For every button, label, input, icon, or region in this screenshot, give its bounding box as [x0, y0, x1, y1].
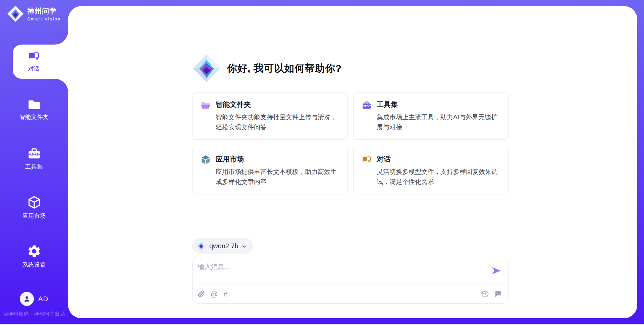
send-icon [491, 266, 501, 275]
model-selector[interactable]: qwen2:7b [192, 238, 253, 254]
greeting-text: 你好, 我可以如何帮助你? [227, 62, 342, 75]
brand-diamond-logo-icon [7, 5, 24, 22]
sidebar-item-label: 应用市场 [22, 212, 46, 220]
card-description: 灵活切换多模型文件，支持多样回复效果调试，满足个性化需求 [377, 167, 500, 187]
card-description: 应用市场提供丰富长文本模板，助力高效生成多样化文章内容 [216, 167, 339, 187]
tab-content: 对话 [13, 45, 55, 79]
folder-icon [27, 97, 42, 111]
send-button[interactable] [491, 266, 502, 276]
user-icon [23, 295, 31, 303]
main-panel: 你好, 我可以如何帮助你? 智能文件夹 智能文件夹功能支持批量文件上传与清洗，轻… [68, 6, 637, 318]
chevron-down-icon [242, 244, 247, 249]
card-title: 智能文件夹 [216, 100, 339, 109]
card-text: 工具集 集成市场上主流工具，助力AI与外界无缝扩展与对接 [377, 100, 500, 132]
user-initials: AD [38, 295, 48, 303]
gear-icon [27, 244, 42, 259]
tab-top-curve [55, 31, 68, 45]
card-title: 工具集 [377, 100, 500, 109]
card-chat[interactable]: 对话 灵活切换多模型文件，支持多样回复效果调试，满足个性化需求 [353, 147, 509, 194]
card-text: 应用市场 应用市场提供丰富长文本模板，助力高效生成多样化文章内容 [216, 154, 339, 187]
card-text: 智能文件夹 智能文件夹功能支持批量文件上传与清洗，轻松实现文件问答 [216, 100, 339, 132]
card-app-market[interactable]: 应用市场 应用市场提供丰富长文本模板，助力高效生成多样化文章内容 [192, 147, 348, 194]
brand-tagline: Smart Vision [27, 17, 61, 21]
composer-right-tools [481, 290, 502, 298]
card-title: 应用市场 [216, 154, 339, 164]
chat-bubbles-icon [362, 155, 372, 165]
topic-icon[interactable]: # [223, 290, 227, 298]
feature-cards: 智能文件夹 智能文件夹功能支持批量文件上传与清洗，轻松实现文件问答 工具集 集成… [192, 92, 509, 194]
app-root: { "app": { "brand": { "name": "神州问学", "t… [0, 0, 644, 325]
sidebar-item-app-market[interactable]: 应用市场 [0, 195, 68, 220]
tab-bottom-curve [55, 79, 68, 92]
composer-left-tools: @ # [198, 290, 227, 298]
chat-bubbles-icon [28, 51, 40, 62]
mention-icon[interactable]: @ [211, 290, 218, 298]
user-menu[interactable]: AD [0, 292, 68, 306]
sidebar-item-settings[interactable]: 系统设置 [0, 244, 68, 269]
card-title: 对话 [377, 154, 500, 164]
sidebar-item-chat[interactable]: 对话 [13, 45, 71, 79]
brand-diamond-logo-icon [192, 54, 221, 83]
copyright-text: ©神州数码 · 神州问学出品 [4, 311, 65, 317]
greeting-block: 你好, 我可以如何帮助你? [192, 54, 342, 83]
cube-icon [201, 155, 211, 165]
main-content: 你好, 我可以如何帮助你? 智能文件夹 智能文件夹功能支持批量文件上传与清洗，轻… [192, 6, 509, 318]
sidebar-item-label: 智能文件夹 [19, 113, 49, 121]
sidebar-item-label: 工具集 [25, 163, 43, 171]
avatar [20, 292, 34, 306]
brand-text: 神州问学 Smart Vision [27, 6, 61, 21]
sidebar-item-toolset[interactable]: 工具集 [0, 146, 68, 171]
model-name: qwen2:7b [209, 242, 238, 250]
toolbox-icon [27, 146, 42, 160]
brand-header: 神州问学 Smart Vision [0, 5, 68, 22]
brand-name: 神州问学 [27, 6, 61, 16]
message-composer: @ # [192, 258, 509, 304]
sidebar-item-label: 对话 [28, 65, 40, 73]
history-icon[interactable] [481, 290, 489, 298]
folder-open-icon [201, 100, 211, 110]
sidebar-item-label: 系统设置 [22, 261, 46, 269]
card-description: 智能文件夹功能支持批量文件上传与清洗，轻松实现文件问答 [216, 112, 339, 132]
toolbox-icon [362, 100, 372, 110]
cube-icon [27, 195, 42, 210]
model-diamond-logo-icon [197, 241, 206, 251]
attachment-icon[interactable] [198, 290, 205, 298]
composer-toolbar: @ # [198, 284, 502, 303]
card-smart-folder[interactable]: 智能文件夹 智能文件夹功能支持批量文件上传与清洗，轻松实现文件问答 [192, 92, 348, 140]
card-text: 对话 灵活切换多模型文件，支持多样回复效果调试，满足个性化需求 [377, 154, 500, 187]
message-input[interactable] [198, 262, 489, 282]
feedback-chat-icon[interactable] [494, 290, 502, 298]
sidebar-item-smart-folder[interactable]: 智能文件夹 [0, 97, 68, 121]
card-toolset[interactable]: 工具集 集成市场上主流工具，助力AI与外界无缝扩展与对接 [353, 92, 509, 140]
card-description: 集成市场上主流工具，助力AI与外界无缝扩展与对接 [377, 112, 500, 132]
